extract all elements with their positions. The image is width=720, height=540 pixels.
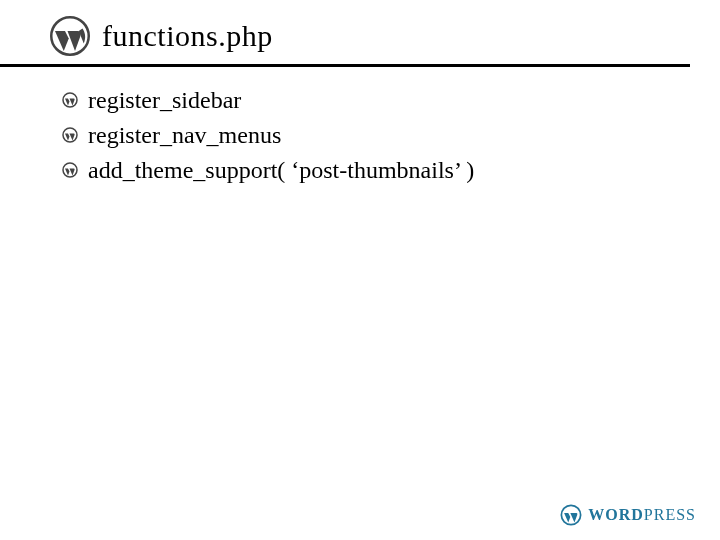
list-item: register_sidebar [62,83,680,118]
slide-header: functions.php [0,0,690,67]
svg-point-2 [63,128,77,142]
list-item-text: add_theme_support( ‘post-thumbnails’ ) [88,153,474,188]
brand-word: Word [588,506,644,523]
brand-press: Press [644,506,696,523]
list-item-text: register_nav_menus [88,118,281,153]
slide: functions.php register_sidebar register_… [0,0,720,540]
svg-point-1 [63,93,77,107]
wordpress-footer-icon [560,504,582,526]
slide-footer: WordPress [560,504,696,526]
brand-text: WordPress [588,506,696,524]
wordpress-bullet-icon [62,92,78,108]
wordpress-bullet-icon [62,162,78,178]
list-item: register_nav_menus [62,118,680,153]
wordpress-bullet-icon [62,127,78,143]
list-item: add_theme_support( ‘post-thumbnails’ ) [62,153,680,188]
wordpress-icon [50,16,90,56]
svg-point-4 [562,505,581,524]
slide-title: functions.php [102,19,273,53]
list-item-text: register_sidebar [88,83,241,118]
slide-content: register_sidebar register_nav_menus add_… [0,67,720,187]
svg-point-3 [63,163,77,177]
